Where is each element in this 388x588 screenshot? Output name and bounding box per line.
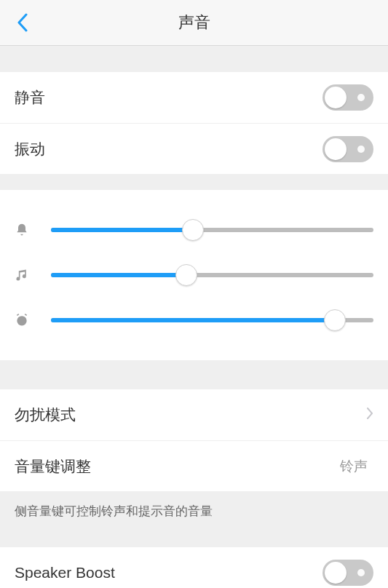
volumekey-value: 铃声 [340, 457, 368, 476]
volumekey-label: 音量键调整 [15, 456, 340, 477]
mute-toggle[interactable] [322, 84, 373, 111]
back-button[interactable] [13, 13, 32, 32]
speaker-boost-row: Speaker Boost [0, 547, 388, 588]
ring-slider-row [15, 207, 373, 253]
media-slider-row [15, 253, 373, 298]
spacer [0, 46, 388, 72]
alarm-slider-row [15, 298, 373, 343]
settings-group: 勿扰模式 音量键调整 铃声 [0, 389, 388, 491]
svg-point-0 [17, 316, 26, 325]
music-icon [15, 268, 45, 282]
vibrate-row: 振动 [0, 123, 388, 174]
page-title: 声音 [0, 12, 388, 33]
mute-label: 静音 [15, 87, 322, 108]
slider-thumb[interactable] [175, 264, 197, 286]
speaker-boost-toggle[interactable] [322, 560, 373, 586]
volumekey-row[interactable]: 音量键调整 铃声 [0, 440, 388, 491]
speaker-boost-label: Speaker Boost [15, 564, 322, 581]
slider-thumb[interactable] [324, 309, 346, 331]
bell-icon [15, 223, 45, 237]
spacer [0, 360, 388, 389]
vibrate-label: 振动 [15, 139, 322, 159]
dnd-label: 勿扰模式 [15, 405, 366, 425]
mute-row: 静音 [0, 72, 388, 123]
dnd-row[interactable]: 勿扰模式 [0, 389, 388, 440]
slider-group [0, 190, 388, 360]
slider-thumb[interactable] [182, 219, 204, 241]
spacer [0, 174, 388, 190]
spacer [0, 531, 388, 547]
speaker-group: Speaker Boost [0, 547, 388, 588]
alarm-slider[interactable] [51, 318, 373, 322]
volumekey-note: 侧音量键可控制铃声和提示音的音量 [0, 491, 388, 531]
alarm-icon [15, 313, 45, 327]
vibrate-toggle[interactable] [322, 136, 373, 162]
chevron-left-icon [17, 13, 28, 32]
chevron-right-icon [366, 406, 373, 424]
media-slider[interactable] [51, 273, 373, 277]
ring-slider[interactable] [51, 228, 373, 232]
header: 声音 [0, 0, 388, 46]
toggle-group: 静音 振动 [0, 72, 388, 174]
